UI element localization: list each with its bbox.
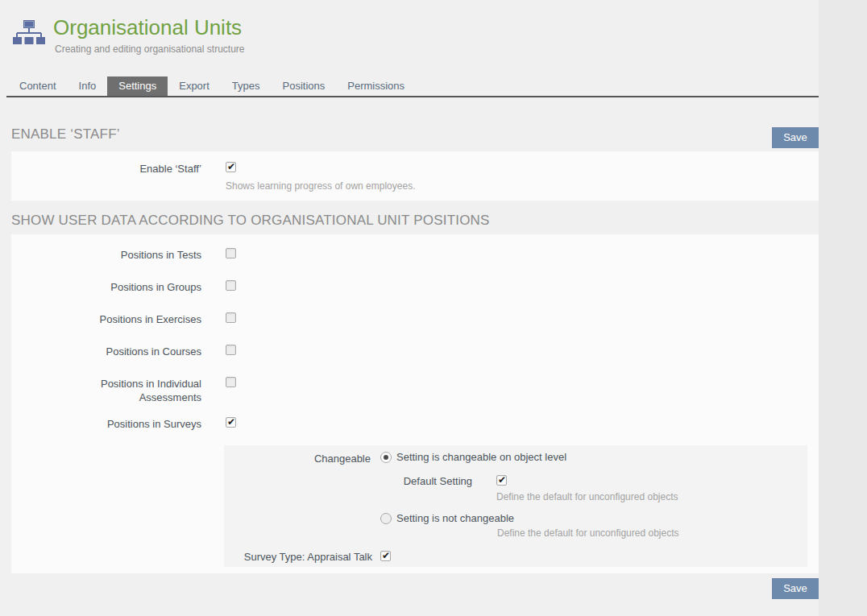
page-subtitle: Creating and editing organisational stru… (53, 43, 244, 55)
tab-export[interactable]: Export (168, 76, 221, 96)
org-chart-icon (13, 19, 45, 48)
page-header: Organisational Units Creating and editin… (13, 14, 244, 55)
radio-setting-changeable-label: Setting is changeable on object level (396, 451, 566, 463)
tab-types[interactable]: Types (221, 76, 272, 96)
positions-tests-label: Positions in Tests (11, 248, 201, 263)
save-button-bottom[interactable]: Save (772, 578, 819, 599)
form-row-positions-exercises: Positions in Exercises (11, 312, 819, 327)
section-heading-enable-staff: ENABLE ‘STAFF’ (11, 126, 120, 143)
survey-type-label: Survey Type: Appraisal Talk (224, 551, 372, 563)
section-heading-show-user-data: SHOW USER DATA ACCORDING TO ORGANISATION… (11, 213, 490, 229)
tab-bar: Content Info Settings Export Types Posit… (8, 76, 416, 96)
enable-staff-checkbox[interactable] (226, 162, 236, 172)
positions-individual-assessments-label: Positions in Individual Assessments (81, 377, 201, 404)
form-row-enable-staff: Enable ‘Staff’ Shows learning progress o… (11, 162, 819, 192)
tab-content[interactable]: Content (8, 76, 68, 96)
positions-individual-assessments-checkbox[interactable] (226, 377, 236, 387)
enable-staff-panel: Enable ‘Staff’ Shows learning progress o… (11, 151, 819, 201)
positions-exercises-label: Positions in Exercises (11, 312, 201, 327)
default-setting-row: Default Setting (396, 475, 507, 487)
surveys-subform-panel: Changeable Setting is changeable on obje… (224, 445, 807, 567)
not-changeable-byline: Define the default for unconfigured obje… (497, 527, 678, 539)
radio-setting-changeable[interactable] (380, 452, 392, 463)
default-setting-byline: Define the default for unconfigured obje… (496, 491, 678, 502)
default-setting-label: Default Setting (396, 475, 472, 487)
positions-surveys-checkbox[interactable] (226, 417, 236, 428)
tab-settings[interactable]: Settings (107, 76, 168, 96)
save-button-top[interactable]: Save (772, 127, 819, 148)
survey-type-checkbox[interactable] (380, 551, 391, 561)
form-row-positions-individual-assessments: Positions in Individual Assessments (11, 377, 819, 404)
positions-exercises-checkbox[interactable] (226, 312, 236, 323)
option-changeable-on-object-level: Setting is changeable on object level (380, 451, 566, 463)
positions-groups-label: Positions in Groups (11, 280, 201, 295)
organisational-units-page: Organisational Units Creating and editin… (0, 0, 867, 616)
tab-positions[interactable]: Positions (271, 76, 336, 96)
tab-permissions[interactable]: Permissions (336, 76, 416, 96)
changeable-label: Changeable (224, 453, 371, 465)
radio-setting-not-changeable-label: Setting is not changeable (396, 512, 514, 524)
positions-courses-label: Positions in Courses (11, 345, 201, 359)
radio-setting-not-changeable[interactable] (380, 513, 392, 524)
positions-tests-checkbox[interactable] (226, 248, 236, 258)
positions-panel: Positions in Tests Positions in Groups P… (11, 234, 819, 573)
option-not-changeable: Setting is not changeable (380, 512, 514, 524)
form-row-positions-courses: Positions in Courses (11, 345, 819, 359)
enable-staff-byline: Shows learning progress of own employees… (226, 180, 415, 192)
positions-groups-checkbox[interactable] (226, 280, 236, 291)
positions-surveys-label: Positions in Surveys (11, 417, 201, 432)
default-setting-checkbox[interactable] (496, 475, 507, 486)
form-row-positions-tests: Positions in Tests (11, 248, 819, 263)
tab-info[interactable]: Info (68, 76, 108, 96)
tab-underline (6, 96, 819, 97)
positions-courses-checkbox[interactable] (226, 345, 236, 355)
form-row-positions-groups: Positions in Groups (11, 280, 819, 295)
enable-staff-label: Enable ‘Staff’ (11, 162, 201, 192)
page-title: Organisational Units (53, 14, 244, 40)
survey-type-row: Survey Type: Appraisal Talk (224, 551, 391, 563)
form-row-positions-surveys: Positions in Surveys (11, 417, 819, 432)
